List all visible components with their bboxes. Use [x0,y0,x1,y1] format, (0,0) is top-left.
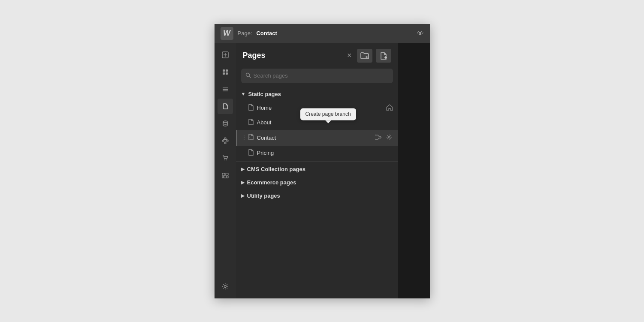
sidebar-sitemap-icon[interactable] [218,133,233,148]
preview-icon[interactable]: 👁 [417,30,424,37]
svg-point-34 [375,134,376,135]
home-icon [386,104,393,112]
svg-point-21 [226,159,227,160]
pages-list: ▼ Static pages Home [236,87,398,298]
page-name-pricing: Pricing [257,150,393,156]
sidebar-ecommerce-icon[interactable] [218,150,233,166]
drag-handle-icon: ⋮⋮ [242,135,252,141]
sidebar-settings-icon[interactable] [218,279,233,294]
svg-point-37 [388,136,390,138]
panel-header: Pages × [236,43,398,67]
webflow-logo: W [221,27,233,40]
page-file-icon [248,104,254,112]
svg-rect-12 [222,140,224,141]
svg-line-33 [249,76,251,78]
svg-rect-25 [222,176,224,178]
svg-rect-24 [224,176,227,178]
app-window: W Page: Contact 👁 [215,24,430,298]
sidebar-components-icon[interactable] [218,64,233,80]
chevron-right-icon: ▶ [241,180,245,185]
page-name-about: About [257,119,393,126]
search-icon [245,72,251,79]
add-folder-button[interactable] [357,49,372,63]
add-page-button[interactable] [376,49,391,63]
svg-rect-6 [226,72,228,75]
svg-rect-26 [227,176,228,178]
utility-section-header[interactable]: ▶ Utility pages [236,189,398,202]
sidebar-add-icon[interactable] [218,47,233,63]
ecommerce-pages-label: Ecommerce pages [247,179,296,186]
static-pages-section-header[interactable]: ▼ Static pages [236,87,398,101]
search-box [241,69,393,83]
page-branch-icon[interactable] [374,133,383,142]
page-label: Page: [238,30,252,36]
page-name-home: Home [257,105,383,111]
home-page-actions [386,104,393,112]
svg-point-36 [380,136,381,137]
sidebar-pages-icon[interactable] [218,99,233,114]
ecommerce-section-header[interactable]: ▶ Ecommerce pages [236,176,398,189]
svg-rect-11 [224,138,226,139]
page-file-icon [248,149,254,157]
svg-point-27 [224,285,226,287]
svg-point-10 [223,121,227,123]
page-item-pricing[interactable]: Pricing [236,146,398,160]
pages-panel: Pages × [236,43,398,298]
search-container [236,67,398,87]
page-name: Contact [256,30,277,36]
search-input[interactable] [254,72,389,79]
svg-rect-14 [224,142,226,144]
page-file-icon [248,119,254,126]
utility-pages-label: Utility pages [247,193,280,199]
main-content: Pages × [215,43,430,298]
chevron-right-icon: ▶ [241,193,245,199]
cms-pages-label: CMS Collection pages [247,166,306,172]
page-item-contact[interactable]: ⋮⋮ Contact [236,130,398,146]
sidebar-layers-icon[interactable] [218,81,233,97]
page-item-about[interactable]: About Create page branch [236,115,398,130]
svg-point-20 [224,159,225,160]
svg-rect-5 [223,72,225,75]
svg-rect-3 [223,69,225,72]
sidebar-database-icon[interactable] [218,116,233,131]
panel-close-button[interactable]: × [345,49,354,62]
contact-page-actions [374,133,393,142]
chevron-down-icon: ▼ [241,91,246,96]
divider [236,161,398,162]
svg-rect-4 [226,69,228,72]
page-name-contact: Contact [257,135,371,141]
svg-rect-23 [226,173,228,175]
canvas-area [398,43,430,298]
sidebar-assets-icon[interactable] [218,167,233,183]
page-item-home[interactable]: Home [236,101,398,115]
svg-rect-13 [227,140,228,141]
cms-section-header[interactable]: ▶ CMS Collection pages [236,163,398,176]
top-bar: W Page: Contact 👁 [215,24,430,43]
sidebar [215,43,236,298]
chevron-right-icon: ▶ [241,166,245,172]
svg-rect-22 [222,173,225,175]
static-pages-label: Static pages [248,91,281,97]
page-settings-icon[interactable] [385,133,393,142]
panel-title: Pages [243,51,342,60]
svg-point-35 [375,138,376,139]
